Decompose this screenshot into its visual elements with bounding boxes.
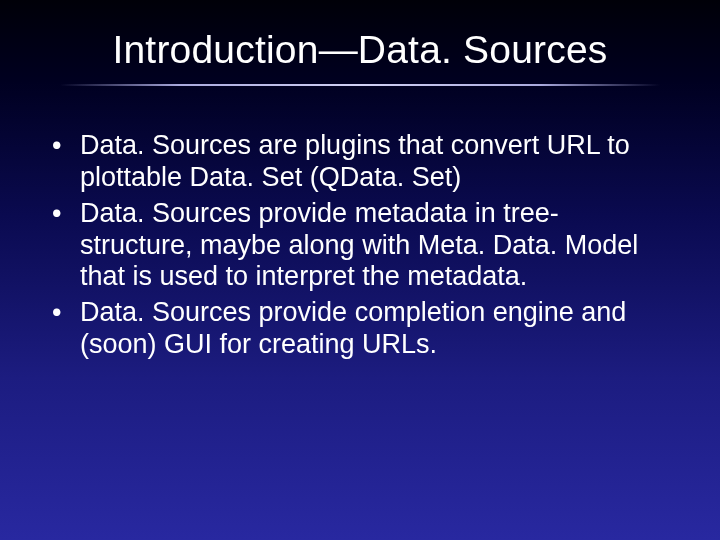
slide: Introduction—Data. Sources Data. Sources… bbox=[0, 0, 720, 540]
list-item: Data. Sources are plugins that convert U… bbox=[52, 130, 668, 194]
bullet-list: Data. Sources are plugins that convert U… bbox=[52, 130, 668, 361]
slide-title: Introduction—Data. Sources bbox=[0, 0, 720, 84]
list-item: Data. Sources provide completion engine … bbox=[52, 297, 668, 361]
list-item: Data. Sources provide metadata in tree-s… bbox=[52, 198, 668, 294]
slide-body: Data. Sources are plugins that convert U… bbox=[0, 86, 720, 361]
